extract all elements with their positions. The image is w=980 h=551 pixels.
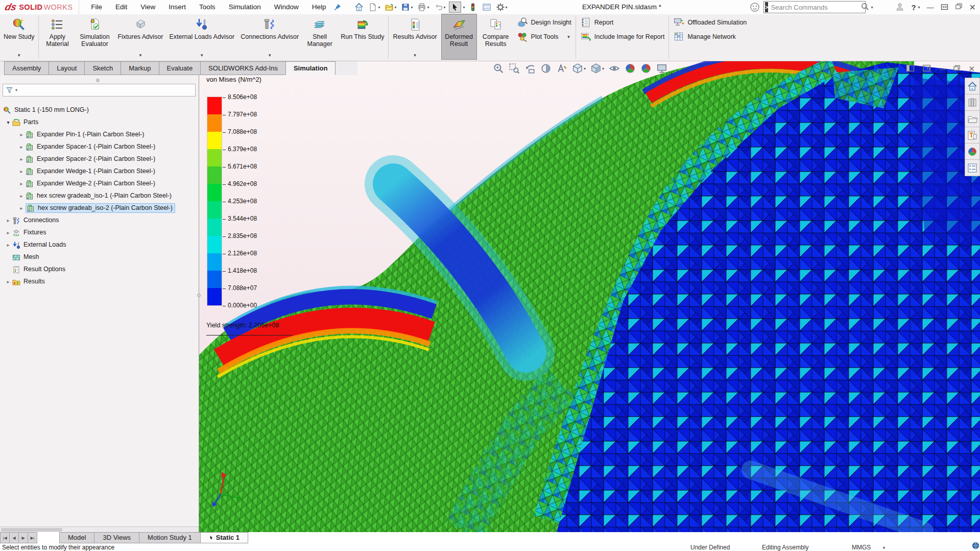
chevron-down-icon[interactable]: ▼ bbox=[567, 35, 571, 39]
design-insight-button[interactable]: Design Insight bbox=[517, 16, 571, 29]
tab-scroll-first-button[interactable]: |◀ bbox=[0, 532, 10, 543]
connections-advisor-button[interactable]: Connections Advisor ▼ bbox=[239, 14, 300, 59]
menu-tools[interactable]: Tools bbox=[193, 0, 222, 14]
results-advisor-button[interactable]: Results Advisor ▼ bbox=[391, 14, 438, 59]
units-selector[interactable]: MMGS bbox=[852, 544, 871, 551]
expand-arrow-icon[interactable]: ▸ bbox=[17, 132, 26, 137]
new-document-icon[interactable]: ▾ bbox=[367, 2, 381, 13]
expand-arrow-icon[interactable]: ▸ bbox=[17, 144, 26, 150]
cascade-window-button[interactable] bbox=[955, 3, 963, 11]
chevron-down-icon[interactable]: ▾ bbox=[394, 5, 396, 10]
new-study-button[interactable]: New Study ▼ bbox=[2, 14, 36, 59]
chevron-down-icon[interactable]: ▼ bbox=[138, 53, 142, 58]
run-this-study-button[interactable]: Run This Study bbox=[339, 14, 386, 59]
help-button[interactable]: ? bbox=[911, 3, 916, 12]
tree-item-study[interactable]: Static 1 (-150 mm LONG-) bbox=[0, 104, 199, 116]
units-caret-icon[interactable]: ▴ bbox=[883, 545, 885, 549]
tree-item-fixtures[interactable]: ▸ Fixtures bbox=[0, 226, 199, 238]
show-pane-icon[interactable] bbox=[906, 64, 915, 74]
home-icon[interactable] bbox=[353, 2, 365, 13]
view-settings-icon[interactable] bbox=[656, 63, 667, 74]
tab-static-1[interactable]: Static 1 bbox=[200, 532, 248, 543]
tree-item-results[interactable]: ▸ Results bbox=[0, 275, 199, 288]
tree-item-part[interactable]: ▸ hex screw gradeab_iso-1 (-Plain Carbon… bbox=[0, 189, 199, 202]
annotations-icon[interactable] bbox=[556, 63, 567, 74]
search-icon[interactable] bbox=[861, 2, 869, 12]
options-list-icon[interactable] bbox=[481, 2, 493, 13]
tab-solidworks-add-ins[interactable]: SOLIDWORKS Add-Ins bbox=[200, 61, 286, 75]
feedback-smiley-icon[interactable] bbox=[750, 2, 760, 14]
tab-model[interactable]: Model bbox=[59, 532, 94, 543]
open-icon[interactable]: ▾ bbox=[383, 2, 398, 13]
expand-arrow-icon[interactable]: ▸ bbox=[4, 242, 12, 248]
minimize-button[interactable]: — bbox=[927, 3, 934, 11]
view-palette-icon[interactable] bbox=[965, 127, 980, 143]
tab-simulation[interactable]: Simulation bbox=[285, 61, 336, 75]
shell-manager-button[interactable]: Shell Manager bbox=[303, 14, 336, 59]
tab-sketch[interactable]: Sketch bbox=[84, 61, 121, 75]
doc-close-button[interactable]: ✕ bbox=[968, 64, 975, 74]
display-style-icon[interactable]: ▾ bbox=[590, 63, 604, 74]
design-library-icon[interactable] bbox=[965, 94, 980, 111]
chevron-down-icon[interactable]: ▾ bbox=[871, 5, 873, 10]
expand-arrow-icon[interactable]: ▸ bbox=[4, 279, 12, 284]
expand-arrow-icon[interactable]: ▸ bbox=[17, 181, 26, 186]
chevron-down-icon[interactable]: ▾ bbox=[15, 88, 17, 92]
tab-scroll-left-button[interactable]: ◀ bbox=[9, 532, 19, 543]
compare-results-button[interactable]: Compare Results bbox=[480, 14, 512, 59]
custom-properties-icon[interactable] bbox=[965, 159, 980, 176]
doc-restore-button[interactable] bbox=[953, 64, 961, 74]
tree-item-part[interactable]: ▸ Expander Wedge-1 (-Plain Carbon Steel-… bbox=[0, 165, 199, 177]
apply-material-button[interactable]: Apply Material bbox=[41, 14, 73, 59]
chevron-down-icon[interactable]: ▼ bbox=[200, 53, 204, 58]
expand-arrow-icon[interactable]: ▸ bbox=[4, 218, 12, 223]
scrollbar-thumb[interactable] bbox=[1, 528, 62, 532]
chevron-down-icon[interactable]: ▾ bbox=[918, 5, 920, 10]
settings-gear-icon[interactable]: ▾ bbox=[494, 2, 509, 13]
rebuild-icon[interactable] bbox=[467, 2, 479, 13]
manage-network-button[interactable]: Manage Network bbox=[673, 31, 747, 43]
tab-evaluate[interactable]: Evaluate bbox=[159, 61, 201, 75]
expand-arrow-icon[interactable]: ▸ bbox=[4, 230, 12, 235]
tree-item-external-loads[interactable]: ▸ External Loads bbox=[0, 238, 199, 251]
tree-item-part[interactable]: ▸ Expander Pin-1 (-Plain Carbon Steel-) bbox=[0, 128, 199, 140]
expand-arrow-icon[interactable]: ▸ bbox=[17, 205, 26, 211]
panel-splitter-handle[interactable] bbox=[96, 79, 100, 82]
save-icon[interactable]: ▾ bbox=[399, 2, 414, 13]
close-button[interactable]: ✕ bbox=[969, 3, 976, 12]
plot-tools-button[interactable]: Plot Tools ▼ bbox=[517, 31, 571, 43]
tab-3d-views[interactable]: 3D Views bbox=[94, 532, 139, 543]
chevron-down-icon[interactable]: ▾ bbox=[463, 5, 465, 10]
tree-filter-box[interactable]: ▾ bbox=[3, 84, 196, 97]
expand-arrow-icon[interactable]: ▸ bbox=[17, 169, 26, 174]
menu-insert[interactable]: Insert bbox=[162, 0, 193, 14]
expand-pane-icon[interactable] bbox=[922, 64, 931, 74]
offloaded-simulation-button[interactable]: Offloaded Simulation bbox=[673, 16, 747, 29]
include-image-for-report-button[interactable]: Include Image for Report bbox=[580, 31, 665, 43]
edit-appearance-icon[interactable] bbox=[625, 63, 636, 74]
menu-help[interactable]: Help bbox=[305, 0, 333, 14]
tree-item-part[interactable]: ▸ Expander Spacer-2 (-Plain Carbon Steel… bbox=[0, 153, 199, 165]
chevron-down-icon[interactable]: ▾ bbox=[444, 5, 446, 10]
select-cursor-icon[interactable] bbox=[449, 2, 461, 13]
deformed-result-button[interactable]: Deformed Result bbox=[442, 14, 476, 59]
menu-simulation[interactable]: Simulation bbox=[222, 0, 268, 14]
tree-item-connections[interactable]: ▸ Connections bbox=[0, 214, 199, 226]
file-explorer-icon[interactable] bbox=[965, 110, 980, 127]
chevron-down-icon[interactable]: ▼ bbox=[268, 53, 272, 58]
home-icon[interactable] bbox=[965, 78, 980, 94]
tree-item-part-selected[interactable]: ▸ hex screw gradeab_iso-2 (-Plain Carbon… bbox=[0, 202, 199, 214]
chevron-down-icon[interactable]: ▾ bbox=[427, 5, 429, 10]
external-loads-advisor-button[interactable]: External Loads Advisor ▼ bbox=[168, 14, 236, 59]
tab-markup[interactable]: Markup bbox=[121, 61, 159, 75]
chevron-down-icon[interactable]: ▾ bbox=[584, 66, 586, 71]
print-icon[interactable]: ▾ bbox=[416, 2, 431, 13]
maximize-button[interactable] bbox=[941, 3, 948, 11]
graphics-viewport[interactable]: ▾ ▾ — ✕ von Mises (N/m^2) bbox=[199, 61, 980, 532]
tab-motion-study-1[interactable]: Motion Study 1 bbox=[139, 532, 201, 543]
web-help-globe-icon[interactable] bbox=[972, 542, 979, 551]
section-view-icon[interactable] bbox=[540, 63, 552, 74]
search-input[interactable] bbox=[771, 4, 861, 11]
tree-item-parts[interactable]: ▾ Parts bbox=[0, 116, 199, 128]
tree-item-part[interactable]: ▸ Expander Spacer-1 (-Plain Carbon Steel… bbox=[0, 140, 199, 153]
